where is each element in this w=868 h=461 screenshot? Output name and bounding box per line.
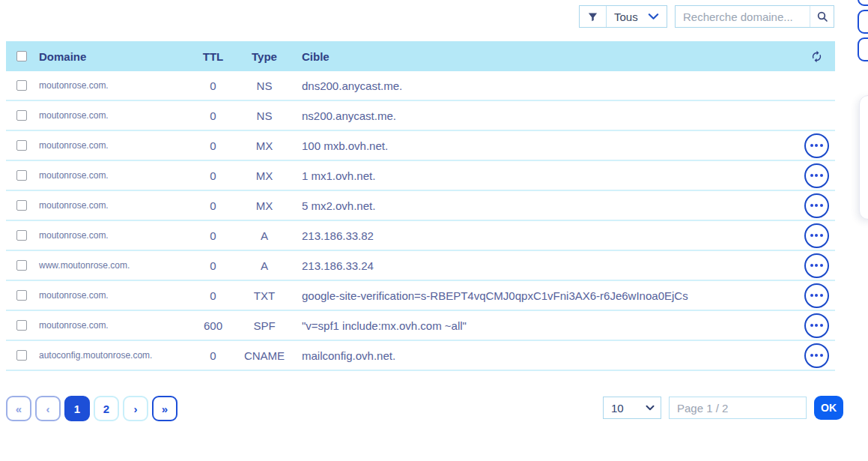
cell-domain: autoconfig.moutonrose.com. (39, 350, 189, 361)
column-header-domaine: Domaine (39, 50, 189, 63)
row-checkbox[interactable] (16, 350, 27, 361)
row-actions-button[interactable] (804, 163, 829, 188)
side-panel (859, 95, 868, 220)
cell-target: 5 mx2.ovh.net. (291, 199, 798, 212)
row-actions-button[interactable] (804, 193, 829, 218)
table-row: www.moutonrose.com. 0 A 213.186.33.24 (6, 251, 835, 281)
search-input[interactable] (676, 6, 810, 27)
cell-target: dns200.anycast.me. (291, 79, 798, 92)
filter-icon (580, 6, 607, 27)
cell-ttl: 0 (189, 109, 237, 122)
cell-target: 213.186.33.24 (291, 259, 798, 272)
record-type-filter-select[interactable]: Tous (607, 6, 667, 27)
select-all-checkbox[interactable] (16, 51, 27, 61)
search-group (675, 5, 834, 28)
table-row: moutonrose.com. 0 NS ns200.anycast.me. (6, 101, 835, 131)
cell-type: CNAME (237, 349, 291, 362)
table-body: moutonrose.com. 0 NS dns200.anycast.me. … (6, 71, 835, 371)
pagination-button-[interactable]: » (152, 396, 177, 421)
page-size-select[interactable]: 10 (603, 397, 661, 419)
cell-target: google-site-verification=s-RBEPT4vqCMJ0q… (291, 289, 798, 302)
chevron-down-icon (646, 405, 655, 411)
cell-target: ns200.anycast.me. (291, 109, 798, 122)
cell-ttl: 0 (189, 259, 237, 272)
cell-type: TXT (237, 289, 291, 302)
cell-ttl: 0 (189, 169, 237, 182)
row-checkbox[interactable] (16, 140, 27, 151)
edge-action-button-2[interactable] (858, 10, 868, 34)
cell-type: MX (237, 169, 291, 182)
cell-domain: moutonrose.com. (39, 200, 189, 211)
cell-domain: moutonrose.com. (39, 170, 189, 181)
table-row: autoconfig.moutonrose.com. 0 CNAME mailc… (6, 341, 835, 371)
row-checkbox[interactable] (16, 320, 27, 331)
row-checkbox[interactable] (16, 170, 27, 181)
table-row: moutonrose.com. 600 SPF "v=spf1 include:… (6, 311, 835, 341)
ellipsis-icon (810, 204, 823, 207)
cell-ttl: 0 (189, 349, 237, 362)
chevron-down-icon (648, 13, 659, 20)
ellipsis-icon (810, 144, 823, 147)
ok-button[interactable]: OK (814, 396, 843, 420)
cell-ttl: 0 (189, 229, 237, 242)
edge-action-button-3[interactable] (858, 37, 868, 61)
refresh-icon (810, 50, 823, 63)
ellipsis-icon (810, 174, 823, 177)
filter-group: Tous (579, 5, 667, 28)
pagination-button-[interactable]: ‹ (35, 396, 61, 421)
row-checkbox[interactable] (16, 80, 27, 91)
row-checkbox[interactable] (16, 200, 27, 211)
pagination-button-[interactable]: « (6, 396, 31, 421)
cell-type: MX (237, 199, 291, 212)
search-icon[interactable] (810, 6, 834, 27)
row-checkbox[interactable] (16, 290, 27, 301)
page-controls: 10 OK (603, 396, 843, 420)
toolbar: Tous (579, 5, 834, 28)
pagination-button-1[interactable]: 1 (64, 396, 90, 421)
row-checkbox[interactable] (16, 230, 27, 241)
row-actions-button[interactable] (804, 343, 829, 368)
cell-target: "v=spf1 include:mx.ovh.com ~all" (291, 319, 798, 332)
refresh-button[interactable] (810, 50, 823, 63)
table-row: moutonrose.com. 0 MX 1 mx1.ovh.net. (6, 161, 835, 191)
ellipsis-icon (810, 324, 823, 327)
cell-type: MX (237, 139, 291, 152)
table-header: Domaine TTL Type Cible (6, 41, 835, 71)
cell-ttl: 600 (189, 319, 237, 332)
cell-type: A (237, 259, 291, 272)
dns-zone-page: { "toolbar": { "filter": { "selected_opt… (0, 0, 868, 461)
column-header-type: Type (237, 50, 291, 63)
row-actions-button[interactable] (804, 283, 829, 308)
ellipsis-icon (810, 264, 823, 267)
cell-type: A (237, 229, 291, 242)
pagination-button-[interactable]: › (123, 396, 148, 421)
table-row: moutonrose.com. 0 MX 5 mx2.ovh.net. (6, 191, 835, 221)
cell-domain: moutonrose.com. (39, 290, 189, 301)
cell-domain: moutonrose.com. (39, 110, 189, 121)
column-header-cible: Cible (291, 50, 798, 63)
cell-ttl: 0 (189, 199, 237, 212)
page-number-input[interactable] (669, 397, 807, 419)
pagination: « ‹ 1 2 › » (6, 396, 177, 421)
row-actions-button[interactable] (804, 253, 829, 278)
column-header-ttl: TTL (189, 50, 237, 63)
row-checkbox[interactable] (16, 110, 27, 121)
cell-domain: moutonrose.com. (39, 80, 189, 91)
pagination-button-2[interactable]: 2 (94, 396, 119, 421)
cell-type: NS (237, 109, 291, 122)
dns-records-table: Domaine TTL Type Cible moutonrose.com. 0… (6, 41, 835, 371)
row-actions-button[interactable] (804, 133, 829, 158)
edge-action-button-1[interactable] (858, 0, 868, 6)
cell-domain: moutonrose.com. (39, 320, 189, 331)
cell-type: SPF (237, 319, 291, 332)
ellipsis-icon (810, 294, 823, 297)
row-actions-button[interactable] (804, 313, 829, 338)
row-actions-button[interactable] (804, 223, 829, 248)
row-checkbox[interactable] (16, 260, 27, 271)
filter-selected-value: Tous (614, 10, 638, 23)
cell-ttl: 0 (189, 139, 237, 152)
table-row: moutonrose.com. 0 TXT google-site-verifi… (6, 281, 835, 311)
cell-target: 100 mxb.ovh.net. (291, 139, 798, 152)
cell-type: NS (237, 79, 291, 92)
cell-domain: www.moutonrose.com. (39, 260, 189, 271)
